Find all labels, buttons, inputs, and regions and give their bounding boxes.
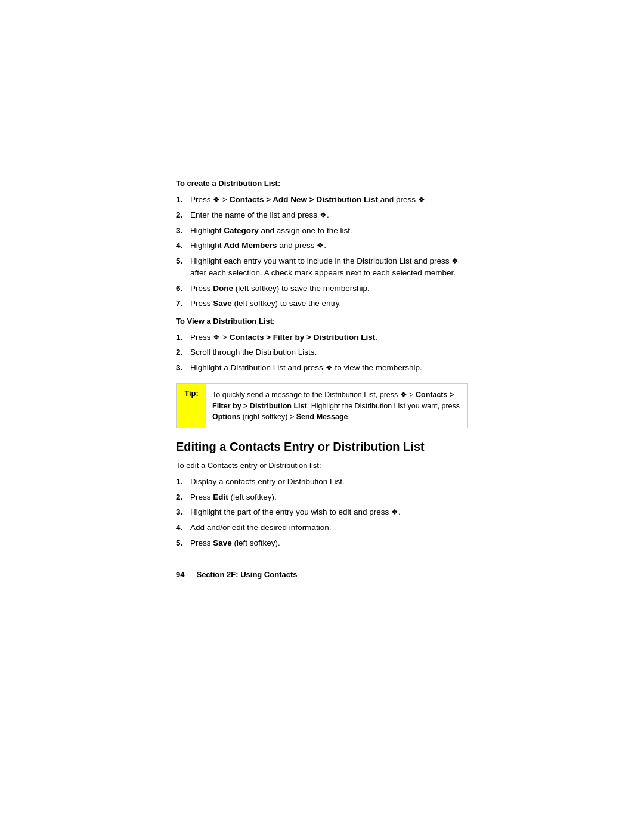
page-footer: 94 Section 2F: Using Contacts xyxy=(176,566,468,579)
edit-step-3: 3. Highlight the part of the entry you w… xyxy=(176,506,468,518)
editing-section: Editing a Contacts Entry or Distribution… xyxy=(176,440,468,549)
create-step-1: 1. Press ❖ > Contacts > Add New > Distri… xyxy=(176,194,468,206)
view-step-3: 3. Highlight a Distribution List and pre… xyxy=(176,362,468,374)
tip-label: Tip: xyxy=(177,384,206,428)
view-distribution-section: To View a Distribution List: 1. Press ❖ … xyxy=(176,317,468,374)
tip-box: Tip: To quickly send a message to the Di… xyxy=(176,383,468,428)
create-distribution-section: To create a Distribution List: 1. Press … xyxy=(176,179,468,309)
create-step-5: 5. Highlight each entry you want to incl… xyxy=(176,255,468,278)
nav-symbol-8: ❖ xyxy=(400,389,407,401)
create-step-2: 2. Enter the name of the list and press … xyxy=(176,209,468,221)
footer-section-label: Section 2F: Using Contacts xyxy=(196,570,297,579)
edit-step-4: 4. Add and/or edit the desired informati… xyxy=(176,522,468,534)
edit-step-5: 5. Press Save (left softkey). xyxy=(176,537,468,549)
view-step-2: 2. Scroll through the Distribution Lists… xyxy=(176,346,468,358)
nav-symbol-9: ❖ xyxy=(391,507,398,518)
nav-symbol-7: ❖ xyxy=(326,363,333,374)
page-container: To create a Distribution List: 1. Press … xyxy=(0,0,644,833)
editing-title: Editing a Contacts Entry or Distribution… xyxy=(176,440,468,454)
create-step-3: 3. Highlight Category and assign one to … xyxy=(176,225,468,237)
create-step-4: 4. Highlight Add Members and press ❖. xyxy=(176,240,468,252)
nav-symbol: ❖ xyxy=(213,194,220,206)
footer-page-number: 94 xyxy=(176,570,184,579)
nav-symbol-3: ❖ xyxy=(320,210,327,221)
create-step-7: 7. Press Save (left softkey) to save the… xyxy=(176,298,468,309)
create-step-6: 6. Press Done (left softkey) to save the… xyxy=(176,283,468,295)
tip-content: To quickly send a message to the Distrib… xyxy=(206,384,467,428)
nav-symbol-5: ❖ xyxy=(451,256,459,267)
edit-step-2: 2. Press Edit (left softkey). xyxy=(176,491,468,503)
nav-symbol-2: ❖ xyxy=(418,194,425,206)
editing-subheading: To edit a Contacts entry or Distribution… xyxy=(176,461,468,470)
view-heading: To View a Distribution List: xyxy=(176,317,468,326)
nav-symbol-4: ❖ xyxy=(317,240,324,252)
editing-steps-list: 1. Display a contacts entry or Distribut… xyxy=(176,476,468,549)
view-steps-list: 1. Press ❖ > Contacts > Filter by > Dist… xyxy=(176,332,468,374)
create-heading: To create a Distribution List: xyxy=(176,179,468,188)
create-steps-list: 1. Press ❖ > Contacts > Add New > Distri… xyxy=(176,194,468,309)
view-step-1: 1. Press ❖ > Contacts > Filter by > Dist… xyxy=(176,332,468,343)
nav-symbol-6: ❖ xyxy=(213,332,220,343)
edit-step-1: 1. Display a contacts entry or Distribut… xyxy=(176,476,468,488)
